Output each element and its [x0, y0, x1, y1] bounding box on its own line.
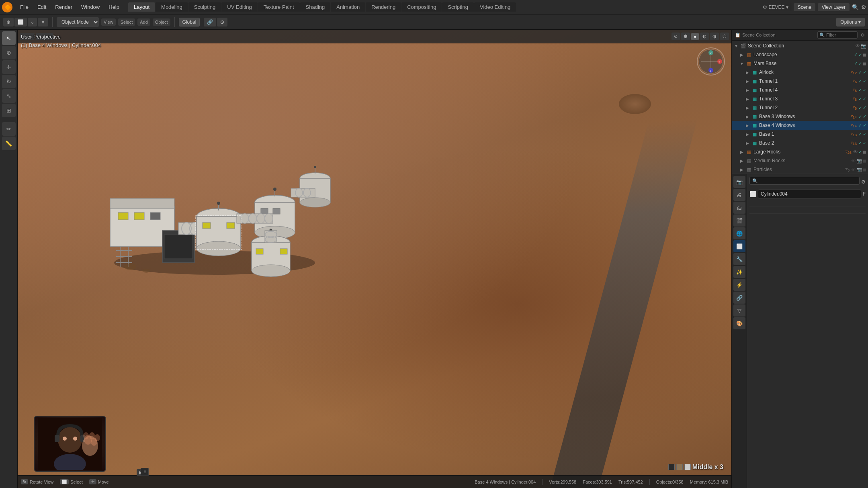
object-mode-selector[interactable]: Object Mode	[57, 17, 99, 27]
outliner-landscape[interactable]: ▶ ▦ Landscape ✓ ✓ ◼	[732, 50, 868, 59]
expand-tunnel1[interactable]: ▶	[745, 78, 750, 84]
tunnel3-eye[interactable]: ✓	[858, 96, 862, 102]
options-button[interactable]: Options ▾	[836, 18, 865, 27]
outliner-options-icon[interactable]: ⚙	[861, 33, 865, 38]
expand-landscape[interactable]: ▶	[739, 52, 745, 57]
preferences-icon[interactable]: ⚙	[861, 4, 866, 10]
outliner-particles[interactable]: ▶ ▦ Particles ▿3 👁 📷 ◼	[732, 165, 868, 174]
physics-props-icon[interactable]: ⚡	[733, 279, 745, 291]
select-lasso-tool[interactable]: ✦	[38, 18, 48, 27]
tunnel4-cam[interactable]: ✓	[863, 88, 866, 93]
outliner-medium-rocks[interactable]: ▶ ▦ Medium Rocks 👁 📷 ◼	[732, 156, 868, 165]
engine-selector[interactable]: ⚙ EEVEE ▾	[763, 4, 788, 10]
render-mode-material[interactable]: ◐	[700, 33, 709, 40]
base4windows-eye[interactable]: ✓	[858, 123, 862, 128]
navigation-gizmo[interactable]: Y X Z	[697, 47, 725, 76]
outliner-mars-base[interactable]: ▼ ▦ Mars Base ✓ ✓ ◼	[732, 59, 868, 68]
base1-eye[interactable]: ✓	[858, 132, 862, 137]
view-menu[interactable]: View	[101, 18, 116, 26]
expand-particles[interactable]: ▶	[739, 167, 745, 172]
particles-props-icon[interactable]: ✨	[733, 266, 745, 278]
menu-window[interactable]: Window	[77, 2, 104, 12]
tab-uv-editing[interactable]: UV Editing	[221, 2, 257, 12]
outliner-tunnel1[interactable]: ▶ ▦ Tunnel 1 ▿6 ✓ ✓	[732, 77, 868, 86]
select-menu[interactable]: Select	[118, 18, 135, 26]
fake-user-icon[interactable]: F	[863, 191, 866, 197]
base2-eye[interactable]: ✓	[858, 141, 862, 146]
output-props-icon[interactable]: 🖨	[733, 189, 745, 201]
outliner-base2[interactable]: ▶ ▦ Base 2 ▿13 ✓ ✓	[732, 139, 868, 147]
menu-help[interactable]: Help	[104, 2, 123, 12]
world-props-icon[interactable]: 🌐	[733, 227, 745, 239]
constraints-props-icon[interactable]: 🔗	[733, 292, 745, 304]
tunnel2-cam[interactable]: ✓	[863, 105, 866, 110]
large-rocks-eye[interactable]: 👁	[853, 149, 858, 154]
tab-sculpting[interactable]: Sculpting	[188, 2, 221, 12]
expand-scene-collection[interactable]: ▼	[733, 43, 739, 49]
select-circle-tool[interactable]: ⬦	[28, 18, 37, 27]
outliner-airlock[interactable]: ▶ ▦ Airlock ▿12 ✓ ✓	[732, 68, 868, 77]
outliner-filter[interactable]	[817, 31, 858, 39]
tab-modeling[interactable]: Modeling	[156, 2, 188, 12]
landscape-cam[interactable]: ✓	[858, 52, 862, 57]
expand-base1[interactable]: ▶	[745, 131, 750, 137]
airlock-eye[interactable]: ✓	[858, 70, 862, 75]
props-search-input[interactable]	[749, 177, 860, 185]
scale-tool[interactable]: ⤡	[2, 89, 16, 103]
tunnel4-eye[interactable]: ✓	[858, 88, 862, 93]
object-name-input[interactable]	[758, 190, 861, 198]
expand-base4windows[interactable]: ▶	[745, 123, 750, 128]
render-mode-solid[interactable]: ●	[691, 33, 699, 40]
outliner-tunnel2[interactable]: ▶ ▦ Tunnel 2 ▿6 ✓ ✓	[732, 103, 868, 112]
outliner-tunnel3[interactable]: ▶ ▦ Tunnel 3 ▿6 ✓ ✓	[732, 94, 868, 103]
transform-tool[interactable]: ⊞	[2, 104, 16, 117]
mars-base-cam[interactable]: ✓	[858, 61, 862, 66]
expand-tunnel4[interactable]: ▶	[745, 87, 750, 93]
outliner-base1[interactable]: ▶ ▦ Base 1 ▿13 ✓ ✓	[732, 130, 868, 139]
expand-medium-rocks[interactable]: ▶	[739, 158, 745, 163]
global-dropdown[interactable]: Global	[179, 18, 200, 27]
render-mode-wireframe[interactable]: ⬡	[720, 33, 729, 40]
scene-props-icon[interactable]: 🎬	[733, 214, 745, 227]
tab-video-editing[interactable]: Video Editing	[474, 2, 516, 12]
large-rocks-render[interactable]: ◼	[863, 149, 866, 155]
outliner-base4windows[interactable]: ▶ ▦ Base 4 Windows ▿14 ✓ ✓	[732, 121, 868, 130]
mars-base-render[interactable]: ◼	[863, 61, 866, 66]
select-box-tool[interactable]: ⬜	[14, 18, 27, 27]
menu-file[interactable]: File	[16, 2, 33, 12]
viewlayer-selector[interactable]: View Layer	[818, 3, 850, 11]
object-props-icon[interactable]: ⬜	[733, 240, 745, 252]
base1-cam[interactable]: ✓	[863, 132, 866, 137]
base3windows-cam[interactable]: ✓	[863, 114, 866, 119]
outliner-large-rocks[interactable]: ▶ ▦ Large Rocks ▿26 👁 ✓ ◼	[732, 147, 868, 156]
select-tool[interactable]: ↖	[2, 31, 16, 45]
base2-cam[interactable]: ✓	[863, 141, 866, 146]
object-menu[interactable]: Object	[153, 18, 170, 26]
proportional-edit[interactable]: ⊙	[217, 18, 227, 27]
airlock-cam[interactable]: ✓	[863, 70, 866, 75]
landscape-render[interactable]: ◼	[863, 52, 866, 57]
base3windows-eye[interactable]: ✓	[858, 114, 862, 119]
landscape-eye[interactable]: ✓	[854, 52, 858, 57]
menu-render[interactable]: Render	[51, 2, 76, 12]
tab-texture-paint[interactable]: Texture Paint	[258, 2, 300, 12]
expand-tunnel2[interactable]: ▶	[745, 105, 750, 110]
tab-shading[interactable]: Shading	[300, 2, 331, 12]
expand-tunnel3[interactable]: ▶	[745, 96, 750, 102]
modifier-props-icon[interactable]: 🔧	[733, 253, 745, 265]
scene-selector[interactable]: Scene	[794, 3, 815, 11]
annotate-tool[interactable]: ✏	[2, 122, 16, 136]
tab-layout[interactable]: Layout	[128, 2, 155, 12]
move-tool[interactable]: ✛	[2, 60, 16, 74]
gizmo-toggle[interactable]: ⊙	[671, 33, 680, 40]
tunnel3-cam[interactable]: ✓	[863, 96, 866, 102]
expand-base3windows[interactable]: ▶	[745, 114, 750, 119]
search-icon[interactable]: 🔍	[852, 4, 859, 10]
overlay-toggle[interactable]: ⬢	[681, 33, 690, 40]
data-props-icon[interactable]: ▽	[733, 304, 745, 316]
medium-rocks-render[interactable]: ◼	[863, 158, 866, 163]
snap-button[interactable]: 🔗	[204, 18, 216, 27]
particles-render[interactable]: ◼	[863, 167, 866, 172]
expand-base2[interactable]: ▶	[745, 140, 750, 146]
rotate-tool[interactable]: ↻	[2, 75, 16, 88]
